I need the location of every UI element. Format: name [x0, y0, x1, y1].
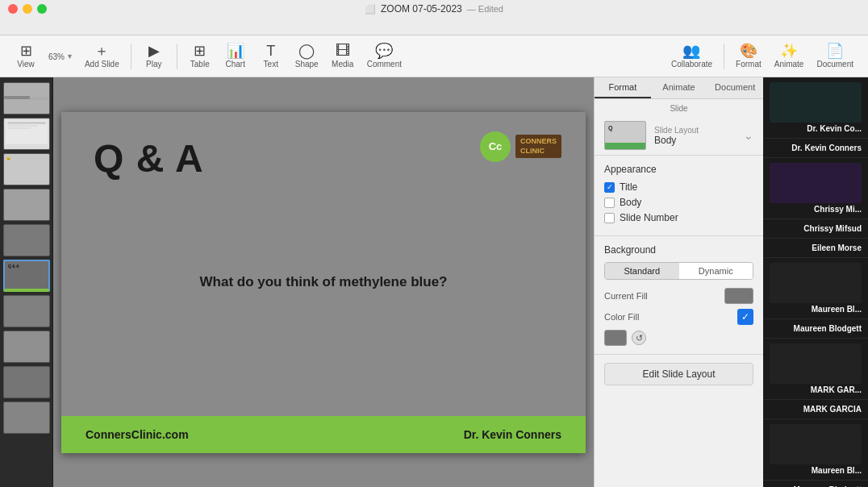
slide-number-checkbox[interactable] — [604, 213, 615, 223]
shape-button[interactable]: ◯ Shape — [289, 40, 325, 72]
format-panel: Format Animate Document Slide Q Slide La… — [594, 77, 763, 487]
layout-chevron-icon[interactable]: ⌄ — [744, 129, 753, 142]
slide-footer: ConnersClinic.com Dr. Kevin Conners — [61, 416, 586, 453]
slide-thumb-9[interactable] — [3, 366, 50, 398]
play-button[interactable]: ▶ Play — [136, 40, 172, 72]
canvas-area[interactable]: Q & A Cc CONNERSCLINIC What do you think… — [53, 77, 594, 487]
slide-layout-section: Q Slide Layout Body ⌄ — [595, 116, 763, 156]
edited-label: — Edited — [467, 4, 503, 14]
logo-circle: Cc — [480, 131, 511, 162]
appearance-section: Appearance Title Body Slide Number — [595, 156, 763, 236]
logo-text: CONNERSCLINIC — [515, 135, 561, 158]
toolbar-divider-1 — [131, 44, 131, 69]
participant-item-4[interactable]: Eileen Morse — [763, 239, 868, 258]
close-button[interactable] — [8, 4, 18, 14]
toolbar-divider-3 — [724, 44, 724, 69]
zoom-control[interactable]: 63% ▼ — [44, 48, 78, 65]
participant-name-7: MARK GAR... — [770, 385, 862, 394]
window-controls — [8, 4, 47, 14]
layout-name-label: Slide Layout — [654, 126, 736, 135]
view-button[interactable]: ⊞ View — [8, 40, 44, 72]
slide-thumb-7[interactable] — [3, 295, 50, 327]
table-button[interactable]: ⊞ Table — [182, 40, 218, 72]
animate-icon: ✨ — [780, 44, 798, 58]
layout-info: Slide Layout Body — [654, 126, 736, 146]
slide-thumb-4[interactable] — [3, 189, 50, 221]
title-bar: ⬜ ZOOM 07-05-2023 — Edited — [0, 0, 868, 35]
slide-thumb-2[interactable] — [3, 118, 50, 150]
chart-button[interactable]: 📊 Chart — [218, 40, 253, 72]
title-checkbox-label: Title — [620, 181, 637, 193]
add-slide-button[interactable]: ＋ Add Slide — [78, 40, 126, 72]
tab-document[interactable]: Document — [707, 77, 763, 98]
format-button[interactable]: 🎨 Format — [729, 40, 768, 72]
participant-video-0 — [770, 82, 862, 123]
background-section: Background Standard Dynamic Current Fill… — [595, 236, 763, 355]
slide-thumb-5[interactable] — [3, 224, 50, 256]
document-icon: 📄 — [826, 44, 844, 58]
participant-item-5[interactable]: Maureen Bl... — [763, 258, 868, 319]
current-fill-row: Current Fill — [604, 288, 753, 304]
minimize-button[interactable] — [23, 4, 32, 14]
tab-animate[interactable]: Animate — [651, 77, 707, 98]
participant-item-0[interactable]: Dr. Kevin Co... — [763, 77, 868, 139]
participant-video-5 — [770, 263, 862, 303]
document-button[interactable]: 📄 Document — [810, 40, 860, 72]
background-header: Background — [604, 244, 753, 256]
main-area: 😊 Q & A Q & A Cc CONNERSCLINIC What do y… — [0, 77, 868, 487]
format-tabs: Format Animate Document — [595, 77, 763, 99]
comment-button[interactable]: 💬 Comment — [361, 40, 408, 72]
slide-logo: Cc CONNERSCLINIC — [480, 131, 561, 162]
text-button[interactable]: T Text — [253, 40, 289, 72]
slide-canvas[interactable]: Q & A Cc CONNERSCLINIC What do you think… — [61, 112, 586, 453]
participant-name-8: MARK GARCIA — [770, 405, 862, 414]
collaborate-button[interactable]: 👥 Collaborate — [665, 40, 719, 72]
body-checkbox-label: Body — [620, 197, 641, 208]
maximize-button[interactable] — [37, 4, 47, 14]
color-swatch[interactable] — [604, 330, 627, 346]
participant-item-3[interactable]: Chrissy Mifsud — [763, 219, 868, 239]
media-icon: 🎞 — [336, 44, 350, 58]
thumb-content-1 — [4, 83, 49, 114]
title-checkbox[interactable] — [604, 182, 615, 193]
standard-button[interactable]: Standard — [605, 263, 679, 279]
participant-item-6[interactable]: Maureen Blodgett — [763, 319, 868, 339]
slide-thumb-8[interactable] — [3, 331, 50, 363]
participant-item-7[interactable]: MARK GAR... — [763, 339, 868, 400]
slide-thumb-3[interactable]: 😊 — [3, 153, 50, 185]
participant-item-2[interactable]: Chrissy Mi... — [763, 158, 868, 219]
color-fill-icon[interactable]: ✓ — [737, 309, 753, 325]
current-fill-swatch[interactable] — [724, 288, 753, 304]
color-fill-label: Color Fill — [604, 312, 639, 322]
participant-name-0: Dr. Kevin Co... — [770, 124, 862, 133]
zoom-chevron-icon: ▼ — [66, 52, 73, 60]
participant-video-9 — [770, 424, 862, 464]
table-icon: ⊞ — [194, 44, 206, 58]
participant-item-10[interactable]: Maureen Blodgett — [763, 481, 868, 487]
media-button[interactable]: 🎞 Media — [325, 40, 361, 72]
view-icon: ⊞ — [20, 44, 32, 58]
text-icon: T — [266, 44, 275, 58]
slide-thumb-10[interactable] — [3, 402, 50, 434]
edit-slide-layout-button[interactable]: Edit Slide Layout — [604, 363, 753, 385]
body-checkbox-row[interactable]: Body — [604, 197, 753, 208]
slide-thumb-1[interactable] — [3, 82, 50, 114]
participant-name-2: Chrissy Mi... — [770, 205, 862, 214]
participant-item-1[interactable]: Dr. Kevin Conners — [763, 139, 868, 158]
play-icon: ▶ — [148, 44, 160, 58]
animate-button[interactable]: ✨ Animate — [768, 40, 811, 72]
slide-number-checkbox-row[interactable]: Slide Number — [604, 212, 753, 223]
tab-format[interactable]: Format — [595, 77, 651, 98]
title-checkbox-row[interactable]: Title — [604, 181, 753, 193]
footer-left: ConnersClinic.com — [86, 428, 189, 441]
dynamic-button[interactable]: Dynamic — [679, 263, 753, 279]
slide-question: What do you think of methylene blue? — [200, 274, 448, 290]
slide-thumb-6[interactable]: Q & A — [3, 260, 50, 292]
participant-item-9[interactable]: Maureen Bl... — [763, 419, 868, 481]
body-checkbox[interactable] — [604, 198, 615, 208]
color-refresh-button[interactable]: ↺ — [632, 331, 646, 345]
participant-name-3: Chrissy Mifsud — [770, 224, 862, 233]
layout-type-value: Body — [654, 135, 736, 146]
participant-item-8[interactable]: MARK GARCIA — [763, 400, 868, 419]
add-slide-icon: ＋ — [94, 44, 109, 58]
